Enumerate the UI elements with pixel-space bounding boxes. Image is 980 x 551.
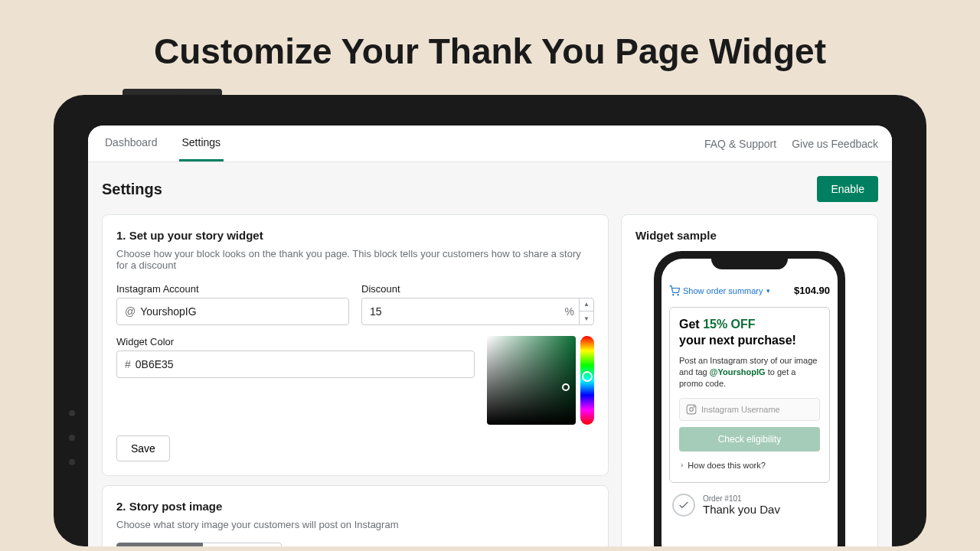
discount-step-down[interactable]: ▼	[580, 311, 593, 325]
ig-label: Instagram Account	[116, 283, 349, 295]
ig-prefix: @	[125, 305, 136, 318]
check-eligibility-button[interactable]: Check eligibility	[679, 427, 820, 452]
order-total: $104.90	[794, 285, 830, 296]
svg-point-4	[690, 407, 694, 411]
hero-title: Customize Your Thank You Page Widget	[0, 0, 980, 95]
phone-preview: Show order summary ▾ $104.90 Get 15% OFF…	[654, 251, 845, 546]
enable-button[interactable]: Enable	[817, 176, 878, 202]
promo-widget: Get 15% OFFyour next purchase! Post an I…	[669, 307, 830, 483]
svg-point-1	[673, 294, 674, 295]
summary-label: Show order summary	[683, 286, 763, 295]
order-summary-toggle[interactable]: Show order summary ▾	[669, 285, 770, 296]
save-button[interactable]: Save	[116, 435, 170, 461]
svg-point-5	[694, 406, 694, 407]
link-feedback[interactable]: Give us Feedback	[792, 138, 878, 150]
chevron-down-icon: ▾	[766, 287, 770, 295]
discount-input[interactable]	[370, 305, 560, 318]
page-title: Settings	[102, 181, 162, 198]
checkmark-icon	[672, 494, 695, 517]
discount-label: Discount	[361, 283, 594, 295]
svg-point-2	[678, 294, 678, 295]
tablet-frame: Dashboard Settings FAQ & Support Give us…	[54, 95, 926, 546]
sample-title: Widget sample	[635, 229, 864, 242]
discount-suffix: %	[565, 305, 574, 318]
how-does-this-work[interactable]: › How does this work?	[679, 458, 820, 473]
color-input-wrap[interactable]: #	[116, 350, 475, 378]
promo-body: Post an Instagram story of our image and…	[679, 355, 820, 390]
image-source-toggle: Template Custom	[116, 543, 282, 546]
color-picker[interactable]	[487, 336, 594, 425]
discount-input-wrap[interactable]: % ▲ ▼	[361, 298, 594, 325]
card-widget-sample: Widget sample Show order summary ▾	[621, 214, 878, 546]
toggle-custom[interactable]: Custom	[203, 543, 282, 546]
card2-desc: Choose what story image your customers w…	[116, 519, 594, 530]
color-prefix: #	[125, 358, 131, 370]
toggle-template[interactable]: Template	[116, 543, 203, 546]
discount-step-up[interactable]: ▲	[580, 298, 593, 311]
card-story-image: 2. Story post image Choose what story im…	[102, 485, 609, 546]
ig-placeholder: Instagram Username	[701, 405, 780, 414]
order-number: Order #101	[703, 494, 780, 503]
ig-input-wrap[interactable]: @	[116, 298, 349, 325]
instagram-icon	[686, 404, 697, 415]
tab-bar: Dashboard Settings FAQ & Support Give us…	[88, 126, 892, 162]
color-label: Widget Color	[116, 336, 475, 347]
ig-input[interactable]	[140, 305, 341, 318]
chevron-right-icon: ›	[681, 461, 683, 469]
thank-you-text: Thank you Dav	[703, 503, 780, 516]
card1-desc: Choose how your block looks on the thank…	[116, 248, 594, 271]
hue-slider[interactable]	[580, 336, 594, 425]
ig-username-input[interactable]: Instagram Username	[679, 398, 820, 421]
saturation-box[interactable]	[487, 336, 576, 425]
cart-icon	[669, 285, 680, 296]
card1-title: 1. Set up your story widget	[116, 229, 594, 242]
color-input[interactable]	[136, 358, 466, 370]
tab-dashboard[interactable]: Dashboard	[102, 126, 161, 161]
link-faq[interactable]: FAQ & Support	[704, 138, 776, 150]
tab-settings[interactable]: Settings	[179, 126, 224, 161]
card2-title: 2. Story post image	[116, 500, 594, 513]
order-confirmation: Order #101 Thank you Dav	[669, 494, 830, 517]
promo-heading: Get 15% OFFyour next purchase!	[679, 317, 820, 349]
card-setup-widget: 1. Set up your story widget Choose how y…	[102, 214, 609, 476]
